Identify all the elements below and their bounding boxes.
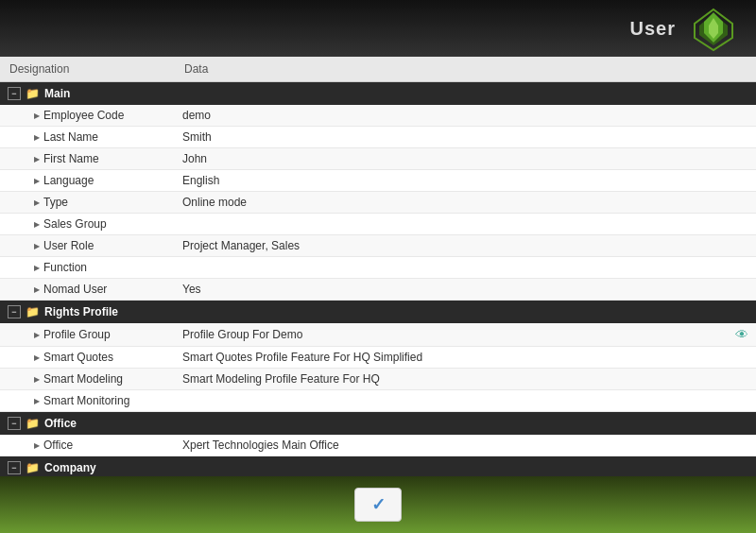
section-label-rights: Rights Profile [44,305,118,318]
designation-label: Employee Code [43,109,124,122]
data-value: Smart Modeling Profile Feature For HQ [175,369,756,390]
app-logo [690,5,737,52]
content-area: Designation Data −📁Main▶Employee Codedem… [0,57,756,476]
col-designation-header: Designation [0,57,175,82]
designation-label: Function [43,261,87,274]
section-office[interactable]: −📁Office [0,412,756,436]
designation-label: Language [43,174,94,187]
designation-label: First Name [43,152,99,165]
table-row[interactable]: ▶Profile GroupProfile Group For Demo👁 [0,323,756,347]
data-value: Xpert Technologies Main Office [175,435,756,456]
designation-label: Sales Group [43,217,107,231]
table-row[interactable]: ▶Nomad UserYes [0,279,756,301]
designation-label: Last Name [43,130,98,144]
designation-label: Office [43,438,73,452]
section-label-main: Main [44,87,70,100]
data-table: Designation Data −📁Main▶Employee Codedem… [0,57,756,476]
table-row[interactable]: ▶Sales Group [0,214,756,235]
data-value: Smart Quotes Profile Feature For HQ Simp… [175,347,756,369]
section-company[interactable]: −📁Company [0,456,756,477]
row-expand-arrow[interactable]: ▶ [34,155,40,163]
row-expand-arrow[interactable]: ▶ [34,331,40,339]
data-value: Online mode [175,192,756,214]
row-expand-arrow[interactable]: ▶ [34,220,40,229]
data-value [175,257,756,279]
table-row[interactable]: ▶Employee Codedemo [0,105,756,127]
section-label-office: Office [44,417,77,430]
eye-icon[interactable]: 👁 [735,327,748,342]
table-row[interactable]: ▶OfficeXpert Technologies Main Office [0,435,756,456]
collapse-icon[interactable]: − [8,87,21,100]
table-row[interactable]: ▶LanguageEnglish [0,170,756,192]
table-row[interactable]: ▶Smart ModelingSmart Modeling Profile Fe… [0,369,756,390]
footer: ✓ [0,476,756,533]
collapse-icon[interactable]: − [8,461,21,474]
folder-icon: 📁 [26,87,40,100]
row-expand-arrow[interactable]: ▶ [34,264,40,272]
data-value: demo [175,105,756,127]
designation-label: Smart Monitoring [43,394,129,407]
confirm-button[interactable]: ✓ [354,488,402,522]
data-value: English [175,170,756,192]
data-value: Profile Group For Demo👁 [175,323,756,346]
section-main[interactable]: −📁Main [0,82,756,106]
data-value [175,214,756,235]
table-row[interactable]: ▶TypeOnline mode [0,192,756,214]
row-expand-arrow[interactable]: ▶ [34,242,40,250]
data-value [175,390,756,412]
designation-label: Nomad User [43,283,107,296]
data-value: John [175,148,756,170]
row-expand-arrow[interactable]: ▶ [34,285,40,294]
section-rights[interactable]: −📁Rights Profile [0,301,756,324]
folder-icon: 📁 [26,461,40,474]
folder-icon: 📁 [26,417,40,430]
designation-label: Smart Modeling [43,372,123,386]
data-value: Smith [175,127,756,148]
row-expand-arrow[interactable]: ▶ [34,133,40,142]
row-expand-arrow[interactable]: ▶ [34,375,40,384]
checkmark-icon: ✓ [371,494,386,515]
row-expand-arrow[interactable]: ▶ [34,397,40,405]
table-row[interactable]: ▶Smart QuotesSmart Quotes Profile Featur… [0,347,756,369]
row-expand-arrow[interactable]: ▶ [34,353,40,362]
table-row[interactable]: ▶Smart Monitoring [0,390,756,412]
row-expand-arrow[interactable]: ▶ [34,177,40,185]
collapse-icon[interactable]: − [8,305,21,318]
section-label-company: Company [44,461,96,474]
designation-label: Smart Quotes [43,351,113,364]
designation-label: User Role [43,239,94,252]
row-expand-arrow[interactable]: ▶ [34,112,40,120]
header: User [0,0,756,57]
table-row[interactable]: ▶Last NameSmith [0,127,756,148]
table-row[interactable]: ▶User RoleProject Manager, Sales [0,235,756,257]
data-value: Yes [175,279,756,301]
data-value: Project Manager, Sales [175,235,756,257]
folder-icon: 📁 [26,305,40,318]
page-title: User [630,18,676,40]
row-expand-arrow[interactable]: ▶ [34,198,40,207]
collapse-icon[interactable]: − [8,417,21,430]
row-expand-arrow[interactable]: ▶ [34,441,40,450]
table-row[interactable]: ▶First NameJohn [0,148,756,170]
designation-label: Type [43,196,68,209]
table-row[interactable]: ▶Function [0,257,756,279]
designation-label: Profile Group [43,328,111,341]
col-data-header: Data [175,57,756,82]
